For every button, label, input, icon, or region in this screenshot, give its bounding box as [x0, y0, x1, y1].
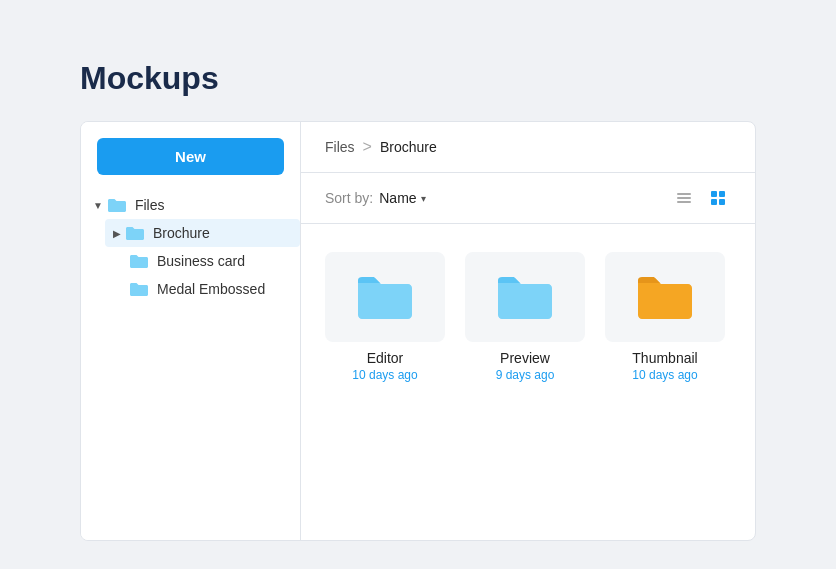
sort-label: Sort by: — [325, 190, 373, 206]
svg-rect-2 — [677, 201, 691, 203]
toolbar: Sort by: Name ▾ — [301, 173, 755, 224]
svg-rect-5 — [711, 199, 717, 205]
tree-label-business-card: Business card — [157, 253, 245, 269]
sort-value: Name — [379, 190, 416, 206]
folder-card-thumbnail[interactable]: Thumbnail 10 days ago — [605, 252, 725, 382]
folder-thumb-preview — [465, 252, 585, 342]
folder-icon-files — [107, 197, 127, 213]
breadcrumb-separator: > — [363, 138, 372, 156]
folder-icon-brochure — [125, 225, 145, 241]
sort-arrow-icon: ▾ — [421, 193, 426, 204]
folder-date-editor: 10 days ago — [352, 368, 417, 382]
grid-view-button[interactable] — [705, 185, 731, 211]
breadcrumb-current: Brochure — [380, 139, 437, 155]
folder-icon-medal-embossed — [129, 281, 149, 297]
folder-thumb-editor — [325, 252, 445, 342]
svg-rect-4 — [719, 191, 725, 197]
content-area: Files > Brochure Sort by: Name ▾ — [301, 122, 755, 540]
folder-date-preview: 9 days ago — [496, 368, 555, 382]
list-view-button[interactable] — [671, 185, 697, 211]
tree-item-business-card[interactable]: Business card — [105, 247, 300, 275]
tree-item-files[interactable]: Files — [81, 191, 300, 219]
svg-rect-3 — [711, 191, 717, 197]
files-grid: Editor 10 days ago Preview 9 days ago — [301, 224, 755, 410]
sort-section: Sort by: Name ▾ — [325, 190, 426, 206]
sidebar: New Files — [81, 122, 301, 540]
folder-card-preview[interactable]: Preview 9 days ago — [465, 252, 585, 382]
folder-name-editor: Editor — [367, 350, 404, 366]
folder-name-thumbnail: Thumbnail — [632, 350, 697, 366]
tree-arrow-files — [93, 200, 103, 211]
tree-label-medal-embossed: Medal Embossed — [157, 281, 265, 297]
folder-card-editor[interactable]: Editor 10 days ago — [325, 252, 445, 382]
page-wrapper: Mockups New Files — [20, 20, 816, 569]
tree-arrow-brochure — [113, 228, 121, 239]
folder-icon-business-card — [129, 253, 149, 269]
view-toggle — [671, 185, 731, 211]
folder-name-preview: Preview — [500, 350, 550, 366]
svg-rect-1 — [677, 197, 691, 199]
page-title: Mockups — [80, 60, 756, 97]
tree-item-medal-embossed[interactable]: Medal Embossed — [105, 275, 300, 303]
svg-rect-6 — [719, 199, 725, 205]
breadcrumb-root[interactable]: Files — [325, 139, 355, 155]
tree-children: Brochure Business card — [81, 219, 300, 303]
sort-select[interactable]: Name ▾ — [379, 190, 425, 206]
new-button[interactable]: New — [97, 138, 284, 175]
folder-date-thumbnail: 10 days ago — [632, 368, 697, 382]
breadcrumb: Files > Brochure — [301, 122, 755, 173]
tree-label-brochure: Brochure — [153, 225, 210, 241]
folder-thumb-thumbnail — [605, 252, 725, 342]
main-panel: New Files — [80, 121, 756, 541]
tree-item-brochure[interactable]: Brochure — [105, 219, 300, 247]
tree-label-files: Files — [135, 197, 165, 213]
file-tree: Files Brochure — [81, 191, 300, 303]
svg-rect-0 — [677, 193, 691, 195]
